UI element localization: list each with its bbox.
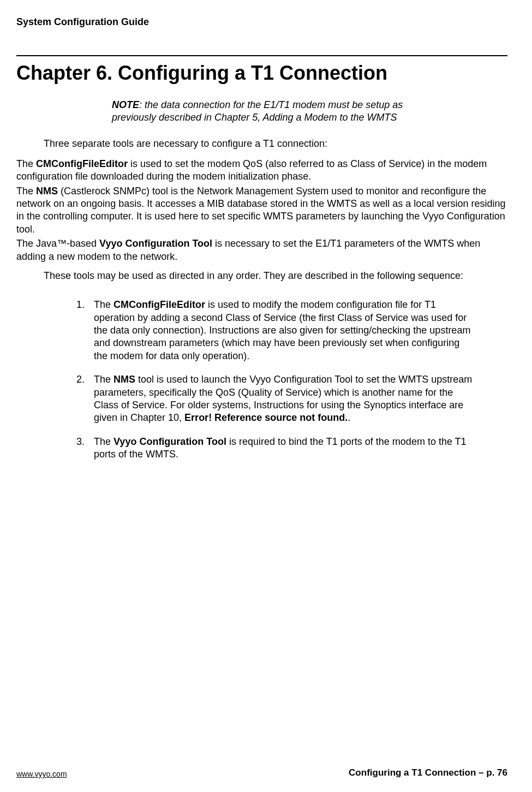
text: The — [94, 374, 113, 385]
chapter-title: Chapter 6. Configuring a T1 Connection — [27, 61, 507, 85]
list-item: The CMConfigFileEditor is used to modify… — [87, 299, 475, 362]
text: The — [94, 299, 113, 310]
text: The — [16, 158, 36, 169]
text: (Castlerock SNMPc) tool is the Network M… — [16, 186, 505, 235]
sequence-intro: These tools may be used as directed in a… — [44, 270, 507, 282]
text: . — [348, 412, 350, 423]
item-bold: NMS — [113, 374, 135, 385]
tool-cm-name: CMConfigFileEditor — [36, 158, 128, 169]
tool-nms-paragraph: The NMS (Castlerock SNMPc) tool is the N… — [16, 185, 507, 236]
ordered-list: The CMConfigFileEditor is used to modify… — [87, 299, 475, 461]
item-bold: CMConfigFileEditor — [113, 299, 205, 310]
footer-page-label: Configuring a T1 Connection – p. 76 — [349, 767, 507, 778]
note-text: : the data connection for the E1/T1 mode… — [112, 99, 403, 123]
item-error-ref: Error! Reference source not found. — [184, 412, 348, 423]
text: The — [94, 436, 113, 447]
divider-line — [16, 55, 507, 56]
tool-cm-paragraph: The CMConfigFileEditor is used to set th… — [16, 158, 507, 183]
list-item: The NMS tool is used to launch the Vyyo … — [87, 373, 475, 425]
text: The Java™-based — [16, 238, 99, 249]
text: The — [16, 186, 36, 196]
footer-url-link[interactable]: www.vyyo.com — [16, 770, 67, 778]
list-item: The Vyyo Configuration Tool is required … — [87, 436, 475, 461]
tool-vyyo-name: Vyyo Configuration Tool — [99, 238, 212, 249]
item-bold: Vyyo Configuration Tool — [113, 436, 226, 447]
footer: www.vyyo.com Configuring a T1 Connection… — [16, 767, 507, 778]
note-label: NOTE — [112, 99, 139, 110]
tool-nms-name: NMS — [36, 186, 58, 196]
note-block: NOTE: the data connection for the E1/T1 … — [112, 99, 426, 124]
intro-text: Three separate tools are necessary to co… — [44, 138, 507, 150]
document-header-title: System Configuration Guide — [16, 16, 507, 28]
tool-vyyo-paragraph: The Java™-based Vyyo Configuration Tool … — [16, 237, 507, 263]
